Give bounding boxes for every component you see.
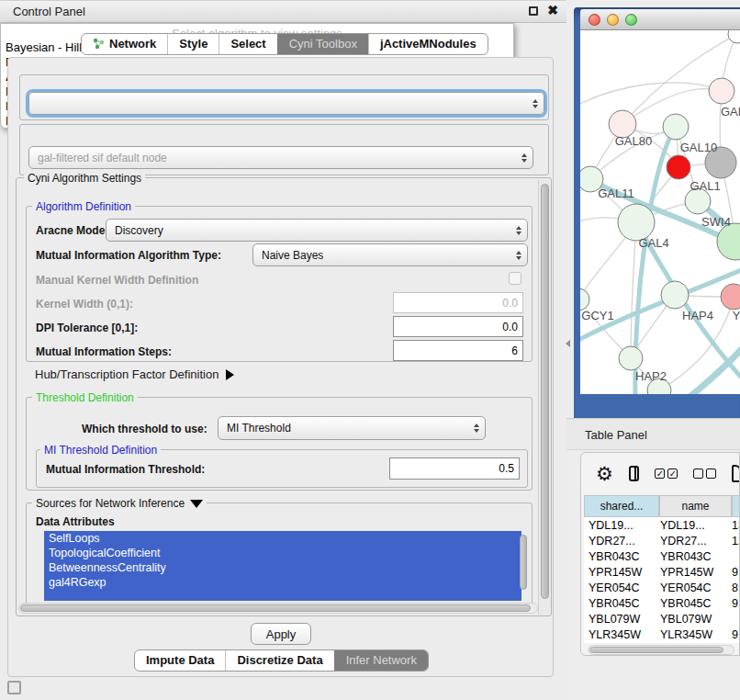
mi-steps-input[interactable] [393, 340, 523, 361]
attribute-list-scrollbar[interactable] [520, 535, 529, 597]
settings-hscrollbar[interactable] [18, 603, 538, 614]
column-header-partial[interactable] [732, 495, 740, 517]
tab-impute-data[interactable]: Impute Data [135, 650, 225, 671]
network-table-combobox[interactable]: gal-filtered sif default node [28, 146, 533, 169]
tab-discretize-data[interactable]: Discretize Data [225, 650, 333, 671]
zoom-window-icon[interactable] [625, 14, 637, 26]
settings-hscrollbar-thumb[interactable] [20, 604, 531, 612]
table-row[interactable]: YIL052CYIL052C9. [584, 642, 740, 643]
table-row[interactable]: YPR145WYPR145W9. [584, 564, 740, 580]
expanded-arrow-icon [190, 500, 203, 508]
mi-algorithm-type-combobox[interactable]: Naive Bayes [252, 243, 528, 266]
mi-threshold-input[interactable] [389, 457, 520, 480]
gear-icon[interactable]: ⚙ [596, 464, 613, 483]
columns-icon[interactable] [629, 466, 640, 481]
group-title: Algorithm Definition [32, 200, 135, 213]
group-title: MI Threshold Definition [40, 444, 161, 457]
table-row[interactable]: YDR27...YDR27...12 [584, 533, 740, 548]
which-threshold-combobox[interactable]: MI Threshold [218, 416, 486, 440]
cyni-toolbox-panel: gal-filtered sif default node Cyni Algor… [7, 57, 554, 677]
algorithm-definition-group: Algorithm Definition Aracne Mode: Discov… [26, 206, 533, 362]
dpi-tolerance-input[interactable] [393, 316, 523, 337]
tab-infer-network[interactable]: Infer Network [334, 650, 428, 671]
threshold-definition-group: Threshold Definition Which threshold to … [26, 397, 533, 491]
manual-kernel-width-checkbox[interactable] [509, 272, 521, 285]
table-row[interactable]: YBR043CYBR043C [584, 548, 740, 564]
table-hscrollbar[interactable] [588, 645, 734, 655]
control-panel-tabs: Network Style Select Cyni Toolbox jActiv… [81, 33, 488, 55]
network-window-titlebar[interactable] [580, 9, 740, 30]
node[interactable] [721, 284, 740, 310]
apply-button[interactable]: Apply [251, 623, 311, 645]
node-gal1[interactable] [667, 155, 690, 179]
node[interactable] [717, 223, 740, 260]
table-row[interactable]: YBR045CYBR045C9. [584, 595, 740, 611]
cyni-algorithm-settings-group: Cyni Algorithm Settings Algorithm Defini… [16, 177, 552, 616]
new-table-icon[interactable] [732, 465, 740, 482]
aracne-mode-combobox[interactable]: Discovery [106, 219, 528, 242]
node-label: Y [733, 309, 740, 322]
table-row[interactable]: YDL19...YDL19...13 [584, 517, 740, 533]
attribute-list-scrollbar-thumb[interactable] [520, 535, 527, 590]
combo-arrows-icon [516, 251, 521, 260]
collapsed-arrow-icon [226, 369, 234, 380]
close-panel-icon[interactable]: ✖ [547, 3, 558, 17]
table-body: YDL19...YDL19...13 YDR27...YDR27...12 YB… [584, 517, 740, 643]
list-item[interactable]: TopologicalCoefficient [44, 546, 521, 560]
network-graph: GAL GAL80 GAL10 GAL1 GAL11 SWI4 GAL4 GCY… [580, 30, 740, 394]
column-header-name[interactable]: name [659, 495, 732, 517]
minimized-panel-icon[interactable] [7, 681, 21, 694]
kernel-width-input[interactable] [393, 292, 523, 313]
hub-factor-section-toggle[interactable]: Hub/Transcription Factor Definition [35, 367, 234, 381]
list-item[interactable]: BetweennessCentrality [44, 560, 521, 575]
tab-style[interactable]: Style [167, 34, 219, 54]
node-labels: GAL GAL80 GAL10 GAL1 GAL11 SWI4 GAL4 GCY… [581, 105, 740, 383]
select-all-checkboxes-icon[interactable]: ✓✓ [655, 469, 678, 479]
group-title: Cyni Algorithm Settings [24, 172, 145, 185]
column-header-shared-name[interactable]: shared... [584, 495, 659, 517]
node-gal4[interactable] [618, 204, 655, 241]
node-gcy1[interactable] [580, 288, 589, 310]
node-label: GAL4 [638, 236, 668, 250]
float-panel-icon[interactable] [529, 6, 538, 16]
data-attributes-list[interactable]: SelfLoops TopologicalCoefficient Between… [44, 531, 521, 601]
table-row[interactable]: YLR345WYLR345W9. [584, 627, 740, 642]
combo-arrows-icon [474, 423, 479, 433]
algorithm-combobox[interactable] [28, 92, 544, 115]
node[interactable] [709, 78, 734, 104]
close-window-icon[interactable] [589, 14, 600, 26]
table-row[interactable]: YBL079WYBL079W [584, 611, 740, 627]
tab-cyni-toolbox[interactable]: Cyni Toolbox [277, 34, 368, 54]
table-panel-title: Table Panel [585, 428, 647, 442]
node-label: GAL1 [690, 179, 720, 193]
mi-threshold-definition-group: MI Threshold Definition Mutual Informati… [36, 449, 528, 488]
node-label: GAL [721, 105, 740, 119]
network-canvas[interactable]: GAL GAL80 GAL10 GAL1 GAL11 SWI4 GAL4 GCY… [580, 30, 740, 394]
list-item[interactable]: SelfLoops [44, 531, 521, 546]
mi-threshold-label: Mutual Information Threshold: [46, 463, 205, 476]
node-label: GAL10 [680, 141, 717, 154]
combo-arrows-icon [533, 99, 538, 108]
tab-select[interactable]: Select [219, 34, 276, 54]
settings-scrollbar-thumb[interactable] [541, 184, 549, 599]
table-row[interactable]: YER054CYER054C8. [584, 580, 740, 595]
node[interactable] [663, 114, 689, 140]
deselect-all-checkboxes-icon[interactable] [693, 469, 716, 479]
node-label: GCY1 [581, 309, 613, 322]
manual-kernel-width-label: Manual Kernel Width Definition [36, 274, 198, 287]
table-header-row: shared... name [584, 495, 740, 517]
network-icon [93, 38, 105, 50]
settings-scrollbar[interactable] [538, 180, 550, 615]
which-threshold-label: Which threshold to use: [82, 423, 207, 435]
minimize-window-icon[interactable] [607, 14, 619, 26]
sources-section-toggle[interactable]: Sources for Network Inference [32, 497, 207, 510]
node-hap4[interactable] [661, 281, 689, 309]
combo-arrows-icon [521, 153, 527, 163]
tab-jactivemnodules[interactable]: jActiveMNodules [368, 34, 488, 54]
panel-divider-handle[interactable] [566, 340, 570, 347]
table-hscrollbar-thumb[interactable] [589, 647, 723, 653]
node[interactable] [728, 30, 740, 43]
node-hap2[interactable] [619, 346, 643, 370]
list-item[interactable]: gal4RGexp [44, 575, 521, 590]
tab-network[interactable]: Network [82, 34, 167, 54]
